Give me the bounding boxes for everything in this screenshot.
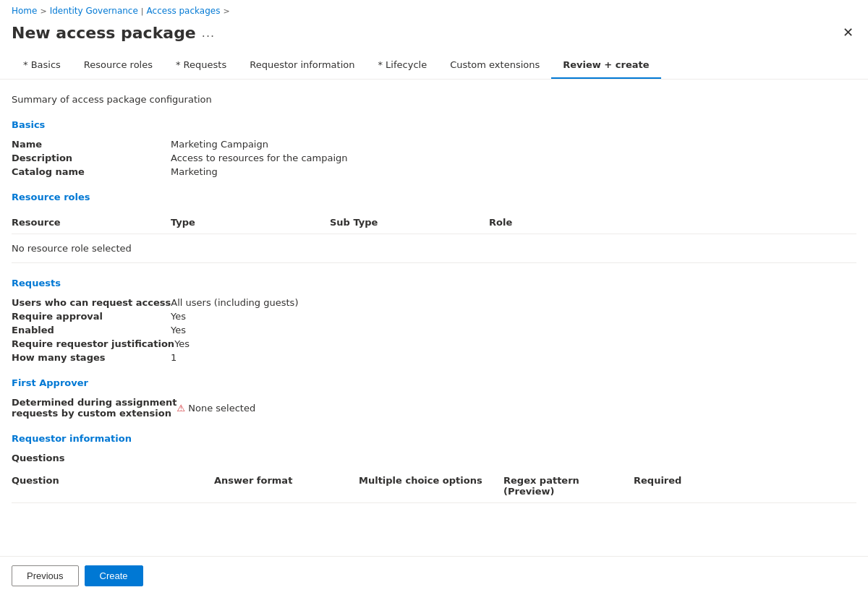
page-header: New access package ... ✕ [0,19,868,52]
tab-requestor-information[interactable]: Requestor information [238,52,366,79]
requestor-info-questions: Questions Question Answer format Multipl… [12,453,856,503]
field-catalog-name: Catalog name Marketing [12,166,856,177]
field-require-justification: Require requestor justification Yes [12,338,856,349]
main-content: Summary of access package configuration … [0,80,868,556]
field-stages-label: How many stages [12,352,171,363]
breadcrumb-home[interactable]: Home [12,6,37,16]
field-custom-extension-label: Determined during assignmentrequests by … [12,397,177,419]
resource-roles-header: Resource Type Sub Type Role [12,211,856,234]
field-users-request: Users who can request access All users (… [12,297,856,308]
col-resource: Resource [12,217,171,228]
close-button[interactable]: ✕ [840,22,856,43]
more-options-icon[interactable]: ... [202,26,215,40]
page-title: New access package [12,24,196,42]
col-regex-pattern: Regex pattern(Preview) [503,475,634,497]
col-subtype: Sub Type [330,217,489,228]
basics-fields: Name Marketing Campaign Description Acce… [12,139,856,177]
create-button[interactable]: Create [85,565,143,586]
tab-requests[interactable]: * Requests [164,52,238,79]
breadcrumb-identity-governance[interactable]: Identity Governance [50,6,138,16]
col-question: Question [12,475,214,497]
field-require-approval: Require approval Yes [12,311,856,322]
resource-roles-table: Resource Type Sub Type Role No resource … [12,211,856,263]
field-users-request-value: All users (including guests) [171,297,298,308]
tab-custom-extensions[interactable]: Custom extensions [438,52,551,79]
requests-fields: Users who can request access All users (… [12,297,856,363]
tab-basics[interactable]: * Basics [12,52,72,79]
page-title-row: New access package ... [12,24,215,42]
field-stages-value: 1 [171,352,176,363]
field-enabled: Enabled Yes [12,325,856,335]
none-selected-text: None selected [188,403,255,414]
field-name: Name Marketing Campaign [12,139,856,150]
field-catalog-name-label: Catalog name [12,166,171,177]
field-custom-extension-value: ⚠ None selected [177,397,256,419]
field-require-approval-value: Yes [171,311,186,322]
field-users-request-label: Users who can request access [12,297,171,308]
field-name-label: Name [12,139,171,150]
field-stages: How many stages 1 [12,352,856,363]
col-type: Type [171,217,330,228]
previous-button[interactable]: Previous [12,565,79,586]
tab-resource-roles[interactable]: Resource roles [72,52,164,79]
col-role: Role [489,217,856,228]
field-description-label: Description [12,153,171,163]
breadcrumb-sep-pipe: | [141,7,144,16]
requests-section: Requests Users who can request access Al… [12,278,856,363]
basics-title[interactable]: Basics [12,119,856,130]
footer: Previous Create [0,556,868,595]
field-catalog-name-value: Marketing [171,166,218,177]
tab-review-create[interactable]: Review + create [551,52,660,79]
breadcrumb-sep-2: > [223,7,229,16]
tab-lifecycle[interactable]: * Lifecycle [366,52,438,79]
field-enabled-value: Yes [171,325,186,335]
requestor-information-section: Requestor information Questions Question… [12,433,856,503]
requests-title[interactable]: Requests [12,278,856,288]
col-multiple-choice: Multiple choice options [359,475,503,497]
questions-table-header: Question Answer format Multiple choice o… [12,469,856,503]
first-approver-fields: Determined during assignmentrequests by … [12,397,856,419]
field-description-value: Access to resources for the campaign [171,153,348,163]
requestor-information-title[interactable]: Requestor information [12,433,856,444]
resource-roles-no-data: No resource role selected [12,234,856,263]
col-answer-format: Answer format [214,475,359,497]
field-description: Description Access to resources for the … [12,153,856,163]
field-require-justification-label: Require requestor justification [12,338,174,349]
first-approver-title[interactable]: First Approver [12,377,856,388]
resource-roles-title[interactable]: Resource roles [12,192,856,202]
field-custom-extension: Determined during assignmentrequests by … [12,397,856,419]
error-icon: ⚠ [177,403,186,414]
field-enabled-label: Enabled [12,325,171,335]
breadcrumb: Home > Identity Governance | Access pack… [0,0,868,19]
resource-roles-section: Resource roles Resource Type Sub Type Ro… [12,192,856,263]
field-require-justification-value: Yes [174,338,190,349]
first-approver-section: First Approver Determined during assignm… [12,377,856,419]
basics-section: Basics Name Marketing Campaign Descripti… [12,119,856,177]
summary-text: Summary of access package configuration [12,94,856,105]
questions-label: Questions [12,453,856,463]
col-required: Required [634,475,706,497]
field-name-value: Marketing Campaign [171,139,268,150]
breadcrumb-sep-1: > [40,7,46,16]
field-require-approval-label: Require approval [12,311,171,322]
breadcrumb-access-packages[interactable]: Access packages [147,6,221,16]
tabs-bar: * Basics Resource roles * Requests Reque… [0,52,868,80]
